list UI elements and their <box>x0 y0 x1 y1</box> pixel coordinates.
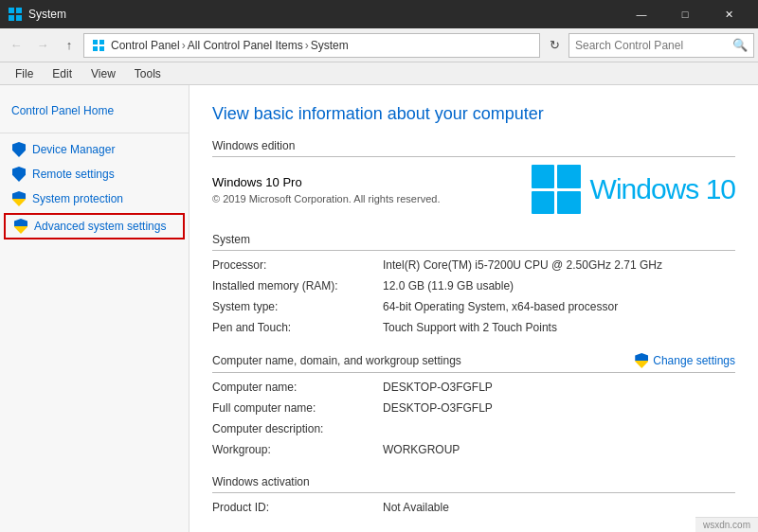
svg-rect-4 <box>93 40 98 44</box>
status-bar: wsxdn.com <box>695 517 758 532</box>
change-settings-label: Change settings <box>653 354 735 367</box>
change-settings-link[interactable]: Change settings <box>634 353 735 368</box>
address-bar: ← → ↑ Control Panel › All Control Panel … <box>0 28 758 62</box>
menu-edit[interactable]: Edit <box>45 65 80 82</box>
control-panel-home-link[interactable]: Control Panel Home <box>11 104 114 117</box>
system-info-table: Processor: Intel(R) Core(TM) i5-7200U CP… <box>212 258 735 334</box>
svg-rect-2 <box>9 15 14 21</box>
sidebar-item-device-manager[interactable]: Device Manager <box>0 137 189 162</box>
close-button[interactable]: ✕ <box>707 0 750 28</box>
main-container: Control Panel Home Device Manager Remote… <box>0 85 758 532</box>
system-type-value: 64-bit Operating System, x64-based proce… <box>383 300 735 313</box>
computer-name-section: Computer name, domain, and workgroup set… <box>212 353 735 456</box>
computer-name-table: Computer name: DESKTOP-O3FGFLP Full comp… <box>212 381 735 456</box>
table-row: Computer name: DESKTOP-O3FGFLP <box>212 381 735 394</box>
table-row: Installed memory (RAM): 12.0 GB (11.9 GB… <box>212 279 735 293</box>
search-icon: 🔍 <box>732 38 748 52</box>
product-id-value: Not Available <box>383 501 735 514</box>
watermark-text: wsxdn.com <box>703 520 750 530</box>
change-settings-shield-icon <box>634 353 649 368</box>
advanced-settings-label: Advanced system settings <box>34 220 166 233</box>
computer-name-value: DESKTOP-O3FGFLP <box>383 381 735 394</box>
svg-rect-1 <box>16 8 22 13</box>
table-row: Processor: Intel(R) Core(TM) i5-7200U CP… <box>212 258 735 272</box>
win10-text: Windows 10 <box>590 173 735 205</box>
menu-view[interactable]: View <box>83 65 123 82</box>
device-manager-label: Device Manager <box>32 143 115 156</box>
workgroup-label: Workgroup: <box>212 443 383 456</box>
sidebar-item-system-protection[interactable]: System protection <box>0 186 189 211</box>
ram-value: 12.0 GB (11.9 GB usable) <box>383 279 735 293</box>
edition-name: Windows 10 Pro <box>212 175 513 189</box>
computer-description-value <box>383 422 735 435</box>
menu-bar: File Edit View Tools <box>0 62 758 85</box>
system-protection-icon <box>11 191 27 206</box>
remote-settings-icon <box>11 167 27 182</box>
svg-rect-6 <box>93 46 98 51</box>
svg-rect-5 <box>99 40 104 44</box>
address-field[interactable]: Control Panel › All Control Panel Items … <box>83 33 540 58</box>
sidebar-item-remote-settings[interactable]: Remote settings <box>0 162 189 186</box>
workgroup-value: WORKGROUP <box>383 443 735 456</box>
edition-content: Windows 10 Pro © 2019 Microsoft Corporat… <box>212 165 735 214</box>
search-box[interactable]: 🔍 <box>568 33 754 58</box>
table-row: Workgroup: WORKGROUP <box>212 443 735 456</box>
back-button[interactable]: ← <box>4 33 28 58</box>
maximize-button[interactable]: □ <box>663 0 707 28</box>
sidebar-divider <box>0 133 189 133</box>
windows-flag-icon <box>532 165 581 214</box>
product-id-label: Product ID: <box>212 501 383 514</box>
svg-rect-7 <box>99 46 104 51</box>
advanced-settings-icon <box>13 219 28 234</box>
path-segment-1: Control Panel <box>111 39 180 52</box>
page-title: View basic information about your comput… <box>212 104 735 124</box>
flag-pane-3 <box>532 191 555 215</box>
flag-pane-4 <box>557 191 581 215</box>
table-row: System type: 64-bit Operating System, x6… <box>212 300 735 313</box>
computer-name-header: Computer name, domain, and workgroup set… <box>212 353 735 373</box>
windows-activation-section: Windows activation Product ID: Not Avail… <box>212 475 735 514</box>
device-manager-icon <box>11 142 27 157</box>
table-row: Full computer name: DESKTOP-O3FGFLP <box>212 401 735 415</box>
full-computer-name-value: DESKTOP-O3FGFLP <box>383 401 735 415</box>
window-icon <box>8 7 23 22</box>
content-area: View basic information about your comput… <box>190 85 758 532</box>
svg-rect-0 <box>9 8 14 13</box>
title-bar: System — □ ✕ <box>0 0 758 28</box>
sidebar-home: Control Panel Home <box>0 97 189 129</box>
menu-file[interactable]: File <box>8 65 41 82</box>
search-input[interactable] <box>575 39 729 52</box>
activation-table: Product ID: Not Available <box>212 501 735 514</box>
system-protection-label: System protection <box>32 192 123 205</box>
edition-text: Windows 10 Pro © 2019 Microsoft Corporat… <box>212 175 513 204</box>
sidebar-item-advanced-system-settings[interactable]: Advanced system settings <box>4 213 185 239</box>
windows-edition-section: Windows edition Windows 10 Pro © 2019 Mi… <box>212 139 735 214</box>
table-row: Pen and Touch: Touch Support with 2 Touc… <box>212 321 735 334</box>
flag-pane-2 <box>557 165 581 188</box>
table-row: Product ID: Not Available <box>212 501 735 514</box>
system-section: System Processor: Intel(R) Core(TM) i5-7… <box>212 233 735 334</box>
path-segment-2: All Control Panel Items <box>188 39 303 52</box>
address-path: Control Panel › All Control Panel Items … <box>92 39 349 52</box>
computer-description-label: Computer description: <box>212 422 383 435</box>
refresh-button[interactable]: ↻ <box>542 33 567 58</box>
remote-settings-label: Remote settings <box>32 168 115 181</box>
flag-pane-1 <box>532 165 555 188</box>
system-section-header: System <box>212 233 735 251</box>
processor-value: Intel(R) Core(TM) i5-7200U CPU @ 2.50GHz… <box>383 258 735 272</box>
processor-label: Processor: <box>212 258 383 272</box>
pen-touch-label: Pen and Touch: <box>212 321 383 334</box>
forward-button[interactable]: → <box>30 33 55 58</box>
up-button[interactable]: ↑ <box>57 33 81 58</box>
activation-section-header: Windows activation <box>212 475 735 493</box>
window-controls: — □ ✕ <box>620 0 750 28</box>
computer-name-label: Computer name: <box>212 381 383 394</box>
system-type-label: System type: <box>212 300 383 313</box>
menu-tools[interactable]: Tools <box>127 65 169 82</box>
table-row: Computer description: <box>212 422 735 435</box>
minimize-button[interactable]: — <box>620 0 663 28</box>
edition-section-header: Windows edition <box>212 139 735 157</box>
full-computer-name-label: Full computer name: <box>212 401 383 415</box>
win10-logo: Windows 10 <box>532 165 735 214</box>
pen-touch-value: Touch Support with 2 Touch Points <box>383 321 735 334</box>
